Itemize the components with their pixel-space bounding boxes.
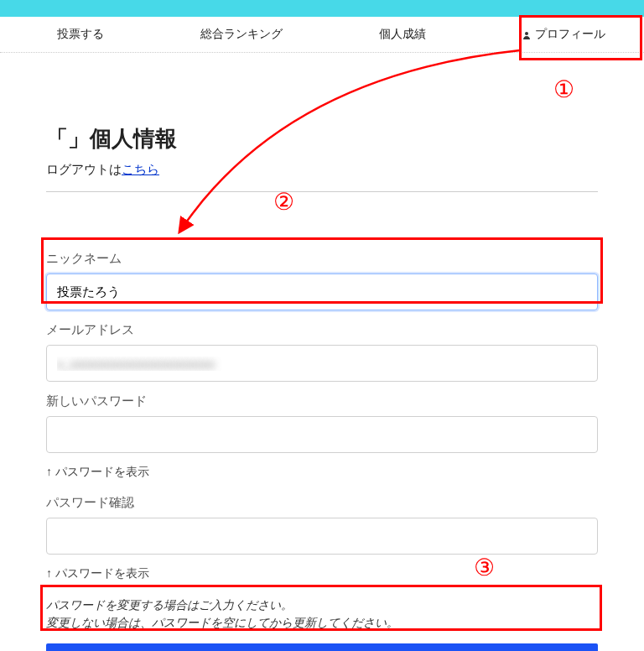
logout-link[interactable]: こちら bbox=[122, 162, 159, 176]
nav-vote[interactable]: 投票する bbox=[0, 17, 161, 52]
pwconfirm-label: パスワード確認 bbox=[46, 495, 598, 511]
nickname-label: ニックネーム bbox=[46, 251, 598, 267]
nav-profile-label: プロフィール bbox=[535, 27, 605, 42]
nickname-input[interactable] bbox=[46, 273, 598, 310]
page-title: 「」個人情報 bbox=[46, 124, 598, 154]
nav-profile[interactable]: プロフィール bbox=[483, 17, 644, 52]
nav-results[interactable]: 個人成績 bbox=[322, 17, 483, 52]
show-pwconfirm[interactable]: ↑ パスワードを表示 bbox=[46, 566, 598, 581]
show-newpw[interactable]: ↑ パスワードを表示 bbox=[46, 465, 598, 480]
submit-button[interactable]: 更新する bbox=[46, 643, 598, 651]
pwconfirm-input[interactable] bbox=[46, 518, 598, 555]
newpw-input[interactable] bbox=[46, 416, 598, 453]
email-label: メールアドレス bbox=[46, 322, 598, 338]
svg-point-0 bbox=[525, 32, 528, 35]
pw-note-line2: 変更しない場合は、パスワードを空にしてから更新してください。 bbox=[46, 616, 398, 629]
divider bbox=[46, 191, 598, 192]
top-strip bbox=[0, 0, 644, 17]
content: 「」個人情報 ログアウトはこちら ニックネーム メールアドレス 新しいパスワード… bbox=[0, 124, 644, 651]
user-icon bbox=[522, 29, 532, 39]
newpw-label: 新しいパスワード bbox=[46, 393, 598, 409]
email-input[interactable] bbox=[46, 345, 598, 382]
pw-note-line1: パスワードを変更する場合はご入力ください。 bbox=[46, 598, 293, 612]
annotation-number-1: ① bbox=[553, 76, 574, 103]
logout-prefix: ログアウトは bbox=[46, 162, 122, 176]
main-nav: 投票する 総合ランキング 個人成績 プロフィール bbox=[0, 17, 644, 53]
nav-ranking[interactable]: 総合ランキング bbox=[161, 17, 322, 52]
logout-text: ログアウトはこちら bbox=[46, 162, 598, 178]
pw-note: パスワードを変更する場合はご入力ください。 変更しない場合は、パスワードを空にし… bbox=[46, 596, 598, 632]
